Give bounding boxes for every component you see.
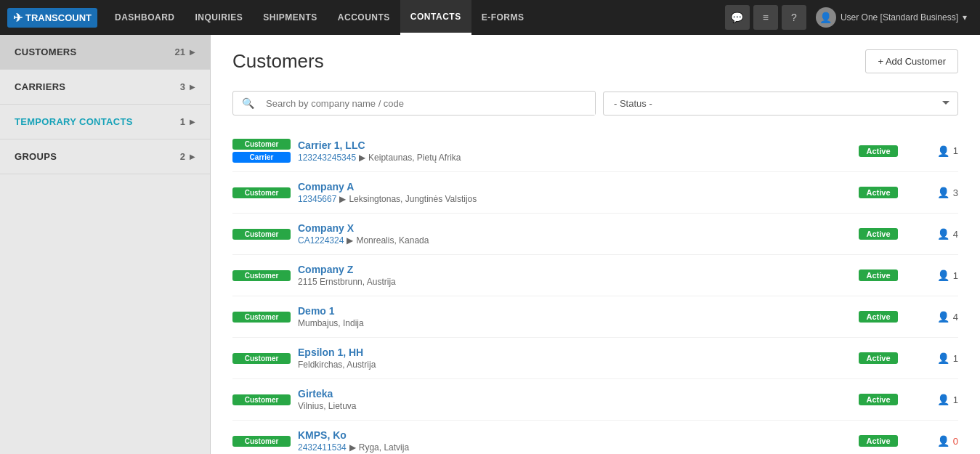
status-col: Active bbox=[842, 352, 915, 364]
arrow-icon: ▶ bbox=[339, 194, 346, 204]
sidebar-item-temporary-contacts[interactable]: TEMPORARY CONTACTS1▶ bbox=[0, 105, 210, 139]
status-select[interactable]: - Status -ActiveInactive bbox=[603, 92, 958, 115]
chevron-right-icon: ▶ bbox=[190, 48, 195, 56]
status-col: Active bbox=[842, 435, 915, 447]
table-row: CustomerKMPS, Ko2432411534▶Ryga, Latvija… bbox=[232, 421, 958, 454]
logo-text: TRANSCOUNT bbox=[25, 12, 92, 23]
table-row: CustomerCompany Z2115 Ernstbrunn, Austri… bbox=[232, 255, 958, 296]
contacts-count: 1 bbox=[953, 353, 958, 364]
badges-col: CustomerCarrier bbox=[232, 139, 291, 163]
company-name[interactable]: Carrier 1, LLC bbox=[298, 139, 842, 151]
nav-item-shipments[interactable]: SHIPMENTS bbox=[253, 0, 328, 35]
company-info: KMPS, Ko2432411534▶Ryga, Latvija bbox=[291, 429, 842, 453]
status-badge: Active bbox=[859, 187, 897, 198]
company-info: Epsilon 1, HHFeldkirchas, Austrija bbox=[291, 346, 842, 370]
company-sub: Feldkirchas, Austrija bbox=[298, 360, 842, 370]
status-badge: Active bbox=[859, 311, 897, 323]
chat-icon-button[interactable]: 💬 bbox=[725, 5, 750, 30]
company-name[interactable]: Girteka bbox=[298, 388, 842, 400]
table-row: CustomerDemo 1Mumbajus, IndijaActive👤4 bbox=[232, 296, 958, 338]
customer-badge: Customer bbox=[232, 139, 291, 150]
nav-item-e-forms[interactable]: E-FORMS bbox=[471, 0, 535, 35]
customer-badge: Customer bbox=[232, 270, 291, 281]
search-icon-button[interactable]: 🔍 bbox=[233, 92, 263, 115]
company-sub: 2115 Ernstbrunn, Austrija bbox=[298, 277, 842, 287]
logo-icon: ✈ bbox=[13, 11, 23, 25]
status-col: Active bbox=[842, 394, 915, 405]
search-input[interactable] bbox=[263, 92, 595, 115]
customer-badge: Customer bbox=[232, 436, 291, 447]
company-list: CustomerCarrierCarrier 1, LLC12324324534… bbox=[232, 130, 958, 454]
contacts-col: 👤1 bbox=[915, 352, 958, 364]
sidebar-label: TEMPORARY CONTACTS bbox=[15, 116, 133, 127]
customer-badge: Customer bbox=[232, 312, 291, 323]
arrow-icon: ▶ bbox=[349, 442, 356, 453]
person-icon: 👤 bbox=[937, 269, 949, 281]
company-location: Keiptaunas, Pietų Afrika bbox=[368, 153, 461, 163]
company-code: CA1224324 bbox=[298, 235, 344, 246]
nav-item-contacts[interactable]: CONTACTS bbox=[400, 0, 471, 35]
person-icon: 👤 bbox=[937, 311, 949, 323]
sidebar-badge: 3▶ bbox=[180, 81, 195, 92]
sidebar-badge: 1▶ bbox=[180, 116, 195, 127]
list-icon-button[interactable]: ≡ bbox=[753, 5, 778, 30]
person-icon: 👤 bbox=[937, 228, 949, 240]
contacts-count: 4 bbox=[953, 312, 958, 323]
company-sub: CA1224324▶Monrealis, Kanada bbox=[298, 235, 842, 246]
nav-item-dashboard[interactable]: DASHBOARD bbox=[105, 0, 185, 35]
company-info: Company XCA1224324▶Monrealis, Kanada bbox=[291, 222, 842, 246]
sidebar-label: CUSTOMERS bbox=[15, 46, 77, 57]
status-col: Active bbox=[842, 187, 915, 198]
company-name[interactable]: Company A bbox=[298, 181, 842, 192]
company-info: Company Z2115 Ernstbrunn, Austrija bbox=[291, 264, 842, 287]
contacts-count: 1 bbox=[953, 145, 958, 156]
company-info: GirtekaVilnius, Lietuva bbox=[291, 388, 842, 411]
sidebar-count: 3 bbox=[180, 81, 185, 92]
status-badge: Active bbox=[859, 228, 897, 240]
badges-col: Customer bbox=[232, 394, 291, 405]
status-col: Active bbox=[842, 228, 915, 240]
company-name[interactable]: Company Z bbox=[298, 264, 842, 275]
table-row: CustomerGirtekaVilnius, LietuvaActive👤1 bbox=[232, 379, 958, 421]
contacts-count: 0 bbox=[953, 436, 958, 447]
logo[interactable]: ✈ TRANSCOUNT bbox=[7, 8, 97, 28]
company-name[interactable]: KMPS, Ko bbox=[298, 429, 842, 441]
company-name[interactable]: Demo 1 bbox=[298, 305, 842, 317]
company-location: Leksingtonas, Jungtinės Valstijos bbox=[349, 194, 477, 204]
badges-col: Customer bbox=[232, 436, 291, 447]
contacts-col: 👤4 bbox=[915, 228, 958, 240]
company-sub: Mumbajus, Indija bbox=[298, 318, 842, 328]
layout: CUSTOMERS21▶CARRIERS3▶TEMPORARY CONTACTS… bbox=[0, 35, 980, 454]
help-icon-button[interactable]: ? bbox=[782, 5, 806, 30]
company-info: Company A12345667▶Leksingtonas, Jungtinė… bbox=[291, 181, 842, 204]
customer-badge: Customer bbox=[232, 353, 291, 364]
sidebar-item-customers[interactable]: CUSTOMERS21▶ bbox=[0, 35, 210, 70]
company-name[interactable]: Company X bbox=[298, 222, 842, 234]
sidebar: CUSTOMERS21▶CARRIERS3▶TEMPORARY CONTACTS… bbox=[0, 35, 211, 454]
user-menu-button[interactable]: 👤 User One [Standard Business] ▾ bbox=[810, 5, 973, 30]
contacts-count: 4 bbox=[953, 229, 958, 240]
nav-item-accounts[interactable]: ACCOUNTS bbox=[328, 0, 400, 35]
person-icon: 👤 bbox=[937, 187, 949, 198]
nav-item-inquiries[interactable]: INQUIRIES bbox=[185, 0, 254, 35]
customer-badge: Customer bbox=[232, 187, 291, 198]
contacts-col: 👤0 bbox=[915, 435, 958, 447]
company-code: 2432411534 bbox=[298, 442, 347, 453]
company-sub: 12345667▶Leksingtonas, Jungtinės Valstij… bbox=[298, 194, 842, 204]
sidebar-item-groups[interactable]: GROUPS2▶ bbox=[0, 139, 210, 174]
company-sub: 2432411534▶Ryga, Latvija bbox=[298, 442, 842, 453]
company-info: Carrier 1, LLC123243245345▶Keiptaunas, P… bbox=[291, 139, 842, 163]
company-name[interactable]: Epsilon 1, HH bbox=[298, 346, 842, 358]
badges-col: Customer bbox=[232, 353, 291, 364]
sidebar-item-carriers[interactable]: CARRIERS3▶ bbox=[0, 70, 210, 105]
person-icon: 👤 bbox=[937, 145, 949, 157]
contacts-count: 3 bbox=[953, 187, 958, 198]
company-location: Ryga, Latvija bbox=[359, 442, 409, 453]
status-col: Active bbox=[842, 145, 915, 157]
add-customer-button[interactable]: + Add Customer bbox=[865, 49, 958, 73]
badges-col: Customer bbox=[232, 229, 291, 240]
person-icon: 👤 bbox=[937, 352, 949, 364]
page-title: Customers bbox=[232, 50, 324, 73]
contacts-col: 👤3 bbox=[915, 187, 958, 198]
sidebar-badge: 2▶ bbox=[180, 151, 195, 162]
